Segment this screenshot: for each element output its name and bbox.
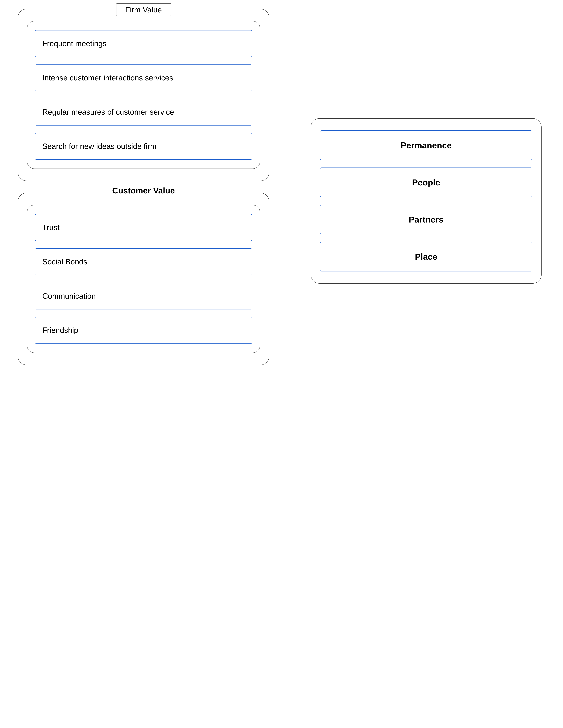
item-permanence: Permanence xyxy=(320,130,532,160)
customer-value-inner: Trust Social Bonds Communication Friends… xyxy=(27,205,260,353)
item-intense-customer: Intense customer interactions services xyxy=(35,64,252,91)
firm-value-title: Firm Value xyxy=(116,3,171,16)
item-friendship: Friendship xyxy=(35,317,252,344)
item-regular-measures: Regular measures of customer service xyxy=(35,99,252,126)
customer-value-title: Customer Value xyxy=(108,186,179,195)
item-search-new-ideas: Search for new ideas outside firm xyxy=(35,133,252,160)
item-frequent-meetings: Frequent meetings xyxy=(35,30,252,57)
customer-value-section: Customer Value Trust Social Bonds Commun… xyxy=(18,193,269,365)
item-social-bonds: Social Bonds xyxy=(35,248,252,275)
item-partners: Partners xyxy=(320,205,532,234)
right-column: Permanence People Partners Place xyxy=(311,118,542,284)
item-trust: Trust xyxy=(35,214,252,241)
left-column: Firm Value Frequent meetings Intense cus… xyxy=(18,9,269,365)
firm-value-inner: Frequent meetings Intense customer inter… xyxy=(27,21,260,169)
page-container: Firm Value Frequent meetings Intense cus… xyxy=(0,0,563,728)
firm-value-section: Firm Value Frequent meetings Intense cus… xyxy=(18,9,269,181)
right-outer: Permanence People Partners Place xyxy=(311,118,542,284)
item-people: People xyxy=(320,168,532,197)
item-communication: Communication xyxy=(35,283,252,310)
item-place: Place xyxy=(320,242,532,271)
